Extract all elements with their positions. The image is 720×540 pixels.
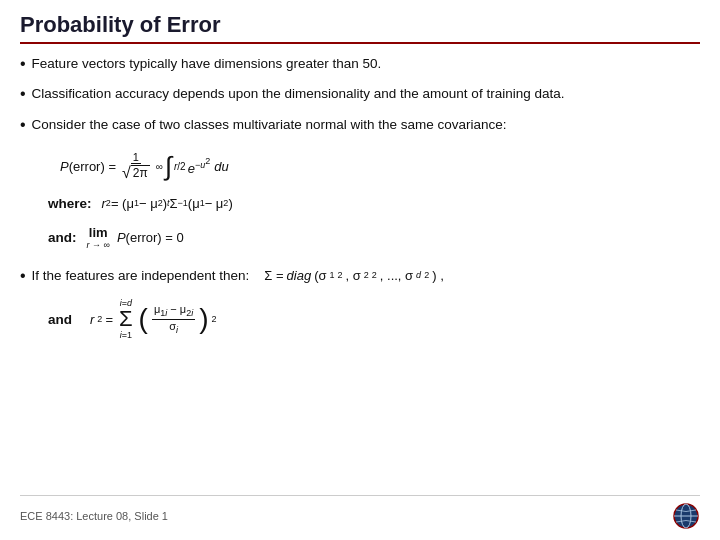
page-title: Probability of Error: [20, 12, 220, 37]
denominator-sqrt2pi: √ 2π: [120, 164, 152, 182]
exp-term: e−u2: [188, 156, 211, 176]
sqrt-symbol: √: [122, 164, 131, 182]
footer-text: ECE 8443: Lecture 08, Slide 1: [20, 510, 168, 522]
bullet-dot-2: •: [20, 85, 26, 103]
where-formula-block: where: r2 = (μ1 − μ2)t Σ−1(μ1 − μ2): [48, 196, 700, 211]
sum-r2-formula: r2 = i=d Σ i=1 ( μ1i − μ2i σi ) 2: [90, 298, 216, 340]
and-label: and:: [48, 230, 77, 245]
integral-symbol: ∫: [165, 153, 172, 179]
and2-formula-block: and r2 = i=d Σ i=1 ( μ1i − μ2i σi ) 2: [48, 298, 700, 340]
bullet-2: • Classification accuracy depends upon t…: [20, 84, 700, 104]
sqrt-radicand-2pi: 2π: [131, 165, 150, 180]
lim-block: lim r → ∞: [87, 225, 110, 250]
bullet-text-3: Consider the case of two classes multiva…: [32, 115, 507, 135]
r2-formula: r2 = (μ1 − μ2)t Σ−1(μ1 − μ2): [102, 196, 233, 211]
p-error-formula-block: P(error) = 1 √ 2π ∞ ∫: [60, 151, 700, 182]
bullet-1: • Feature vectors typically have dimensi…: [20, 54, 700, 74]
p-error-formula: P(error) = 1 √ 2π ∞ ∫: [60, 151, 229, 182]
bullet-dot-1: •: [20, 55, 26, 73]
sigma-formula: Σ = diag(σ12, σ22, ..., σd2): [264, 266, 436, 286]
bullet-3: • Consider the case of two classes multi…: [20, 115, 700, 135]
bullet-dot-3: •: [20, 116, 26, 134]
sum-block: i=d Σ i=1: [119, 298, 133, 340]
title-section: Probability of Error: [20, 12, 700, 44]
p-error-lhs: P(error) =: [60, 159, 116, 174]
du-term: du: [214, 159, 228, 174]
frac-num-mu: μ1i − μ2i: [152, 303, 195, 319]
lim-text: lim: [89, 225, 108, 240]
paren-open: (: [139, 305, 148, 333]
numerator-1: 1: [131, 151, 141, 164]
and-formula-block: and: lim r → ∞ P(error) = 0: [48, 225, 700, 250]
bullet-text-2: Classification accuracy depends upon the…: [32, 84, 565, 104]
bullet-text-4: If the features are independent then: Σ …: [32, 266, 444, 286]
frac-mu-sigma: μ1i − μ2i σi: [152, 303, 195, 334]
integral-upper: ∞: [156, 161, 163, 172]
lim-sub: r → ∞: [87, 240, 110, 250]
sum-lower: i=1: [120, 330, 132, 340]
sum-symbol: Σ: [119, 308, 133, 330]
bullet-text-1: Feature vectors typically have dimension…: [32, 54, 382, 74]
slide-container: Probability of Error • Feature vectors t…: [0, 0, 720, 540]
bullet-dot-4: •: [20, 267, 26, 285]
frac-den-sigma: σi: [167, 320, 180, 335]
integral-lower: r/2: [174, 161, 186, 172]
paren-close: ): [199, 305, 208, 333]
integral-bounds-container: ∞: [156, 161, 163, 172]
comma-after-sigma: ,: [440, 268, 444, 283]
square-exponent: 2: [211, 314, 216, 324]
bullet4-prefix: If the features are independent then:: [32, 268, 250, 283]
bullet-4: • If the features are independent then: …: [20, 266, 700, 286]
sqrt-2pi: √ 2π: [122, 164, 150, 182]
content-area: • Feature vectors typically have dimensi…: [20, 54, 700, 495]
where-label: where:: [48, 196, 92, 211]
limit-rhs: P(error) = 0: [117, 230, 184, 245]
integral-area: ∞ ∫ r/2: [156, 153, 186, 179]
frac-1-sqrt2pi: 1 √ 2π: [120, 151, 152, 182]
and2-label: and: [48, 312, 72, 327]
limit-formula: lim r → ∞ P(error) = 0: [87, 225, 184, 250]
integral-lower-container: r/2: [174, 161, 186, 172]
globe-icon: [672, 502, 700, 530]
footer: ECE 8443: Lecture 08, Slide 1: [20, 495, 700, 530]
